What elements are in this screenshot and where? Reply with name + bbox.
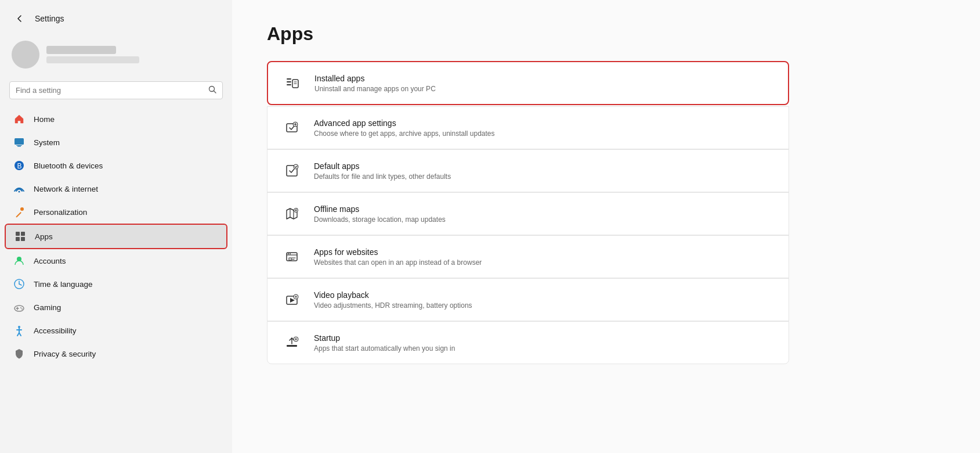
installed-apps-title: Installed apps <box>314 74 436 83</box>
video-playback-desc: Video adjustments, HDR streaming, batter… <box>314 301 472 310</box>
page-title: Apps <box>267 23 945 45</box>
back-button[interactable] <box>12 10 28 27</box>
settings-item-startup[interactable]: Startup Apps that start automatically wh… <box>267 321 789 364</box>
svg-rect-13 <box>21 237 25 241</box>
main-content: Apps Installed apps Uninstall and manage… <box>232 0 980 453</box>
svg-point-48 <box>290 253 291 254</box>
sidebar-item-accessibility[interactable]: Accessibility <box>5 319 227 342</box>
network-icon <box>13 182 26 195</box>
svg-point-47 <box>288 253 289 254</box>
sidebar-item-time[interactable]: Time & language <box>5 272 227 296</box>
sidebar-item-label: Bluetooth & devices <box>34 161 103 170</box>
apps-websites-desc: Websites that can open in an app instead… <box>314 258 482 267</box>
svg-line-27 <box>19 333 21 336</box>
privacy-icon <box>13 347 26 360</box>
offline-maps-title: Offline maps <box>314 204 446 214</box>
gaming-icon <box>13 301 26 314</box>
sidebar-item-accounts[interactable]: Accounts <box>5 249 227 272</box>
video-playback-text: Video playback Video adjustments, HDR st… <box>314 290 472 310</box>
svg-rect-12 <box>16 237 20 241</box>
apps-websites-icon <box>281 246 302 267</box>
apps-websites-title: Apps for websites <box>314 247 482 257</box>
settings-item-video-playback[interactable]: Video playback Video adjustments, HDR st… <box>267 278 789 321</box>
svg-point-9 <box>20 207 24 211</box>
svg-point-22 <box>21 308 23 310</box>
user-email <box>46 56 139 63</box>
sidebar-item-label: Accessibility <box>34 326 77 335</box>
advanced-app-text: Advanced app settings Choose where to ge… <box>314 118 495 138</box>
settings-item-offline-maps[interactable]: Offline maps Downloads, storage location… <box>267 192 789 235</box>
settings-list: Installed apps Uninstall and manage apps… <box>267 61 789 364</box>
sidebar-item-personalization[interactable]: Personalization <box>5 200 227 224</box>
settings-item-advanced-app[interactable]: Advanced app settings Choose where to ge… <box>267 106 789 149</box>
search-input[interactable] <box>16 86 204 95</box>
default-apps-icon <box>281 160 302 181</box>
sidebar-item-label: System <box>34 138 60 147</box>
bluetooth-icon: B <box>13 159 26 172</box>
svg-rect-10 <box>16 232 20 236</box>
home-icon <box>13 113 26 125</box>
svg-rect-28 <box>287 78 291 80</box>
svg-rect-2 <box>15 138 24 145</box>
default-apps-text: Default apps Defaults for file and link … <box>314 161 451 181</box>
svg-text:B: B <box>17 162 22 170</box>
sidebar-item-home[interactable]: Home <box>5 107 227 131</box>
svg-line-1 <box>214 91 216 94</box>
svg-rect-4 <box>16 145 22 146</box>
startup-text: Startup Apps that start automatically wh… <box>314 333 455 353</box>
advanced-app-icon <box>281 117 302 138</box>
offline-maps-text: Offline maps Downloads, storage location… <box>314 204 446 224</box>
sidebar-item-label: Network & internet <box>34 185 98 193</box>
svg-point-39 <box>294 164 298 169</box>
installed-apps-desc: Uninstall and manage apps on your PC <box>314 85 436 93</box>
svg-rect-55 <box>287 345 297 347</box>
system-icon <box>13 136 26 149</box>
svg-rect-11 <box>21 232 25 236</box>
sidebar-item-label: Accounts <box>34 257 66 265</box>
user-name <box>46 46 116 54</box>
advanced-app-title: Advanced app settings <box>314 118 495 128</box>
svg-point-21 <box>20 307 21 308</box>
sidebar-item-apps[interactable]: Apps <box>5 224 227 249</box>
apps-websites-text: Apps for websites Websites that can open… <box>314 247 482 267</box>
time-icon <box>13 278 26 290</box>
search-icon <box>208 85 216 95</box>
sidebar-item-bluetooth[interactable]: B Bluetooth & devices <box>5 154 227 177</box>
apps-icon <box>14 230 27 243</box>
svg-line-17 <box>19 284 21 285</box>
sidebar-item-privacy[interactable]: Privacy & security <box>5 342 227 365</box>
settings-item-default-apps[interactable]: Default apps Defaults for file and link … <box>267 149 789 192</box>
video-playback-icon <box>281 289 302 310</box>
settings-item-apps-websites[interactable]: Apps for websites Websites that can open… <box>267 235 789 278</box>
sidebar-item-label: Personalization <box>34 208 87 217</box>
startup-desc: Apps that start automatically when you s… <box>314 344 455 353</box>
sidebar-item-label: Home <box>34 115 55 124</box>
installed-apps-text: Installed apps Uninstall and manage apps… <box>314 74 436 93</box>
video-playback-title: Video playback <box>314 290 472 300</box>
sidebar-item-system[interactable]: System <box>5 131 227 154</box>
settings-title: Settings <box>35 14 64 23</box>
startup-title: Startup <box>314 333 455 343</box>
default-apps-desc: Defaults for file and link types, other … <box>314 172 451 181</box>
user-info <box>46 46 139 63</box>
svg-rect-3 <box>17 146 21 147</box>
sidebar-item-network[interactable]: Network & internet <box>5 177 227 200</box>
sidebar-item-label: Privacy & security <box>34 350 96 358</box>
user-profile[interactable] <box>0 33 232 77</box>
offline-maps-desc: Downloads, storage location, map updates <box>314 215 446 224</box>
personalization-icon <box>13 206 26 218</box>
sidebar-item-label: Time & language <box>34 280 93 289</box>
sidebar-header: Settings <box>0 0 232 33</box>
search-box[interactable] <box>9 81 223 99</box>
svg-point-7 <box>19 191 20 193</box>
sidebar-item-gaming[interactable]: Gaming <box>5 296 227 319</box>
sidebar-item-label: Apps <box>35 232 53 241</box>
svg-rect-30 <box>287 84 291 85</box>
svg-rect-29 <box>287 81 291 82</box>
sidebar-item-label: Gaming <box>34 303 61 312</box>
installed-apps-icon <box>282 73 303 94</box>
settings-item-installed-apps[interactable]: Installed apps Uninstall and manage apps… <box>267 61 789 105</box>
svg-rect-8 <box>16 212 21 218</box>
offline-maps-icon <box>281 203 302 224</box>
accounts-icon <box>13 254 26 267</box>
